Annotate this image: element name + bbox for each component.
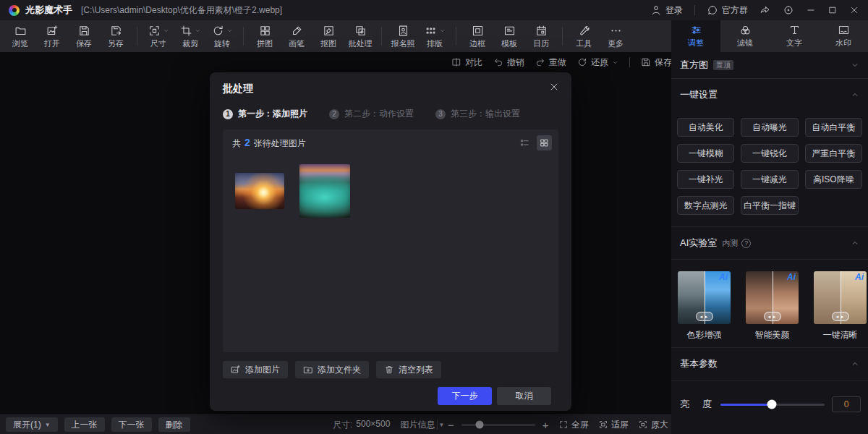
minimize-icon[interactable] xyxy=(806,5,816,15)
dialog-close-icon[interactable] xyxy=(548,81,560,93)
login-button[interactable]: 登录 xyxy=(650,4,683,17)
list-view-button[interactable] xyxy=(517,135,532,150)
add-folder-icon xyxy=(303,365,313,375)
add-folder-button[interactable]: 添加文件夹 xyxy=(295,361,369,378)
expand-button[interactable]: 展开(1) ▼ xyxy=(6,417,58,432)
fullscreen-button[interactable]: 全屏 xyxy=(558,419,589,431)
chat-bubble-icon xyxy=(707,4,718,16)
chevron-up-icon[interactable] xyxy=(851,359,859,368)
tab-text[interactable]: 文字 xyxy=(770,20,819,52)
help-question-icon[interactable]: ? xyxy=(741,239,751,248)
chevron-up-icon[interactable] xyxy=(851,90,859,99)
window-close-icon[interactable] xyxy=(849,5,859,15)
zoom-slider[interactable] xyxy=(461,424,535,426)
quick-action-button[interactable]: 数字点测光 xyxy=(677,196,734,215)
quick-action-button[interactable]: 白平衡一指键 xyxy=(741,196,798,215)
one-key-header[interactable]: 一键设置 xyxy=(671,79,868,111)
actionbar-divider xyxy=(629,57,630,67)
brightness-value-field[interactable]: 0 xyxy=(832,396,861,412)
toolbar-item-save-as[interactable]: 另存 xyxy=(100,24,132,49)
ai-card[interactable]: Ai◄►智能美颜 xyxy=(746,271,799,341)
next-step-button[interactable]: 下一步 xyxy=(438,387,492,405)
tab-filter[interactable]: 滤镜 xyxy=(720,20,770,52)
ai-badge: Ai xyxy=(787,272,796,282)
one-key-grid: 自动美化自动曝光自动白平衡一键模糊一键锐化严重白平衡一键补光一键减光高ISO降噪… xyxy=(671,111,868,226)
toolbar-item-batch[interactable]: 批处理 xyxy=(344,24,376,49)
actual-size-button[interactable]: 原大 xyxy=(638,419,668,431)
next-image-button[interactable]: 下一张 xyxy=(111,417,152,432)
quick-action-button[interactable]: 高ISO降噪 xyxy=(805,170,862,189)
one-key-title: 一键设置 xyxy=(680,88,718,101)
toolbar-item-brush[interactable]: 画笔 xyxy=(281,24,312,49)
toolbar-item-cutout[interactable]: 抠图 xyxy=(312,24,344,49)
zoom-slider-thumb[interactable] xyxy=(476,421,484,429)
toolbar-item-tools[interactable]: 工具 xyxy=(568,24,600,49)
zoom-out-button[interactable]: − xyxy=(448,420,454,430)
official-group-button[interactable]: 官方群 xyxy=(707,4,748,17)
quick-action-button[interactable]: 自动白平衡 xyxy=(805,118,862,137)
quick-action-button[interactable]: 一键补光 xyxy=(677,170,734,189)
delete-image-button[interactable]: 删除 xyxy=(158,417,190,432)
photo-thumbnail-sunset[interactable] xyxy=(235,173,284,209)
main-toolbar: 浏览打开保存另存尺寸裁剪旋转拼图画笔抠图批处理报名照排版边框模板日历工具更多 xyxy=(0,20,671,52)
toolbar-item-border[interactable]: 边框 xyxy=(461,24,493,49)
grid-view-button[interactable] xyxy=(537,135,552,150)
toolbar-item-more[interactable]: 更多 xyxy=(600,24,631,49)
count-prefix: 共 xyxy=(232,137,241,150)
quick-action-button[interactable]: 严重白平衡 xyxy=(805,144,862,163)
quick-action-button[interactable]: 一键减光 xyxy=(741,170,798,189)
before-after-toggle-icon[interactable]: ◄► xyxy=(696,312,713,321)
settings-gear-icon[interactable] xyxy=(783,4,794,16)
toolbar-item-open[interactable]: 打开 xyxy=(36,24,68,49)
tab-watermark[interactable]: 水印 xyxy=(819,20,868,52)
ai-card[interactable]: Ai◄►一键清晰 xyxy=(814,271,867,341)
zoom-in-button[interactable]: + xyxy=(542,420,549,430)
clear-list-button[interactable]: 清空列表 xyxy=(376,361,441,378)
brightness-slider[interactable] xyxy=(720,404,825,406)
ai-badge: Ai xyxy=(855,272,864,282)
cancel-button[interactable]: 取消 xyxy=(497,387,551,405)
add-image-button[interactable]: 添加图片 xyxy=(223,361,288,378)
add-folder-label: 添加文件夹 xyxy=(318,364,361,376)
fit-screen-button[interactable]: 适屏 xyxy=(598,419,629,431)
before-after-toggle-icon[interactable]: ◄► xyxy=(832,312,849,321)
toolbar-item-label: 拼图 xyxy=(257,38,273,49)
maximize-icon[interactable] xyxy=(827,5,838,15)
chevron-up-icon[interactable] xyxy=(851,239,859,247)
toolbar-item-icon-row xyxy=(110,24,122,38)
toolbar-item-template[interactable]: 模板 xyxy=(493,24,525,49)
ai-card[interactable]: Ai◄►色彩增强 xyxy=(678,271,731,341)
quick-action-button[interactable]: 一键锐化 xyxy=(741,144,798,163)
prev-image-button[interactable]: 上一张 xyxy=(64,417,105,432)
toolbar-item-rotate[interactable]: 旋转 xyxy=(206,24,238,49)
photo-thumbnail-waterfall[interactable] xyxy=(299,164,350,218)
undo-button[interactable]: 撤销 xyxy=(493,56,524,69)
toolbar-item-calendar[interactable]: 日历 xyxy=(525,24,557,49)
quick-action-button[interactable]: 一键模糊 xyxy=(677,144,734,163)
toolbar-item-browse[interactable]: 浏览 xyxy=(4,24,36,49)
restore-button[interactable]: 还原 xyxy=(577,56,618,69)
toolbar-item-collage[interactable]: 拼图 xyxy=(249,24,281,49)
tab-adjust[interactable]: 调整 xyxy=(671,20,720,52)
brightness-slider-thumb[interactable] xyxy=(767,400,776,409)
chevron-down-icon[interactable] xyxy=(851,61,859,69)
toolbar-item-resize[interactable]: 尺寸 xyxy=(142,24,174,49)
toolbar-item-id-photo[interactable]: 报名照 xyxy=(387,24,419,49)
histogram-header[interactable]: 直方图 置顶 xyxy=(671,52,868,78)
quick-action-button[interactable]: 自动美化 xyxy=(677,118,734,137)
before-after-toggle-icon[interactable]: ◄► xyxy=(764,312,781,321)
basic-params-title: 基本参数 xyxy=(680,357,718,370)
toolbar-item-label: 另存 xyxy=(108,38,124,49)
toolbar-item-save[interactable]: 保存 xyxy=(68,24,100,49)
text-t-icon xyxy=(788,24,801,36)
toolbar-item-icon-row xyxy=(259,24,271,38)
redo-button[interactable]: 重做 xyxy=(535,56,566,69)
ai-lab-header[interactable]: AI实验室 内测 ? xyxy=(671,227,868,259)
toolbar-item-label: 边框 xyxy=(469,38,485,49)
toolbar-item-layout[interactable]: 排版 xyxy=(419,24,451,49)
toolbar-item-crop[interactable]: 裁剪 xyxy=(174,24,206,49)
compare-button[interactable]: 对比 xyxy=(451,56,482,69)
quick-action-button[interactable]: 自动曝光 xyxy=(741,118,798,137)
share-icon[interactable] xyxy=(760,4,771,16)
basic-params-header[interactable]: 基本参数 xyxy=(671,348,868,380)
